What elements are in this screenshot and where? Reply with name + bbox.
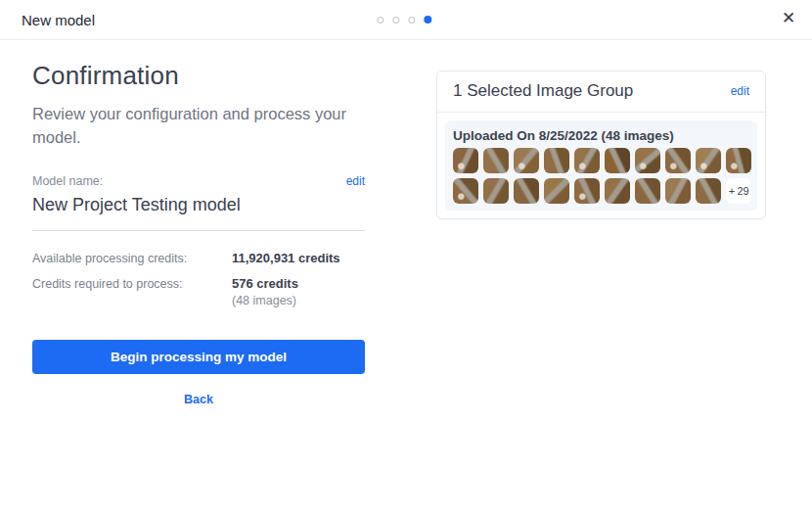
required-credits-label: Credits required to process: xyxy=(32,276,232,307)
modal-title: New model xyxy=(22,12,95,28)
model-name-value: New Project Testing model xyxy=(32,195,365,215)
model-name-label: Model name: xyxy=(32,174,103,188)
required-credits-note: (48 images) xyxy=(232,294,298,307)
image-group-edit-link[interactable]: edit xyxy=(731,84,749,98)
required-credits-amount: 576 credits xyxy=(232,276,298,291)
image-thumbnail xyxy=(514,178,539,204)
image-thumbnail xyxy=(544,178,569,204)
image-group-card-header: 1 Selected Image Group edit xyxy=(437,71,765,113)
thumb-row-2: + 29 xyxy=(453,178,750,204)
image-thumbnail xyxy=(665,148,691,173)
image-thumbnail xyxy=(574,148,600,173)
image-thumbnail xyxy=(605,178,630,204)
back-link-wrap: Back xyxy=(32,390,365,407)
image-group-card-title: 1 Selected Image Group xyxy=(453,81,633,101)
required-credits-row: Credits required to process: 576 credits… xyxy=(32,276,365,307)
image-group-heading: Uploaded On 8/25/2022 (48 images) xyxy=(453,128,750,143)
modal-header: New model ✕ xyxy=(0,0,812,40)
back-link[interactable]: Back xyxy=(184,393,213,406)
image-thumbnail xyxy=(665,178,691,204)
image-thumbnail xyxy=(696,178,721,204)
model-name-row: Model name: edit xyxy=(32,174,365,188)
available-credits-value: 11,920,931 credits xyxy=(232,251,340,265)
step-dot-1 xyxy=(377,17,383,24)
step-indicator xyxy=(377,16,431,24)
step-dot-4 xyxy=(424,16,431,24)
thumb-row-1 xyxy=(453,148,750,173)
page-description: Review your configuration and process yo… xyxy=(32,103,365,150)
close-button[interactable]: ✕ xyxy=(773,2,804,33)
image-group-card: 1 Selected Image Group edit Uploaded On … xyxy=(436,71,766,219)
image-thumbnail xyxy=(605,148,630,173)
credits-summary: Available processing credits: 11,920,931… xyxy=(32,251,365,307)
step-dot-2 xyxy=(392,17,399,24)
close-icon: ✕ xyxy=(782,8,795,28)
begin-processing-button[interactable]: Begin processing my model xyxy=(32,340,365,374)
page-title: Confirmation xyxy=(32,61,365,91)
available-credits-label: Available processing credits: xyxy=(32,251,232,265)
required-credits-value: 576 credits (48 images) xyxy=(232,276,298,307)
image-thumbnail xyxy=(544,148,569,173)
step-dot-3 xyxy=(408,17,415,24)
image-thumbnail xyxy=(574,178,600,204)
image-thumbnail xyxy=(696,148,721,173)
available-credits-row: Available processing credits: 11,920,931… xyxy=(32,251,365,265)
image-group-panel: Uploaded On 8/25/2022 (48 images) + 29 xyxy=(445,120,757,211)
image-thumbnail xyxy=(453,148,478,173)
confirmation-section: Confirmation Review your configuration a… xyxy=(32,61,365,407)
image-group-card-body: Uploaded On 8/25/2022 (48 images) + 29 xyxy=(437,113,765,218)
image-thumbnail xyxy=(726,148,751,173)
image-thumbnail xyxy=(635,178,660,204)
model-name-edit-link[interactable]: edit xyxy=(346,174,365,188)
image-thumbnail xyxy=(483,178,509,204)
image-thumbnail xyxy=(635,148,660,173)
image-thumbnail xyxy=(453,178,478,204)
divider xyxy=(32,230,365,231)
image-thumbnail xyxy=(514,148,539,173)
more-count-tile: + 29 xyxy=(726,178,751,204)
new-model-modal: New model ✕ Confirmation Review your con… xyxy=(0,0,812,518)
image-thumbnail xyxy=(483,148,509,173)
